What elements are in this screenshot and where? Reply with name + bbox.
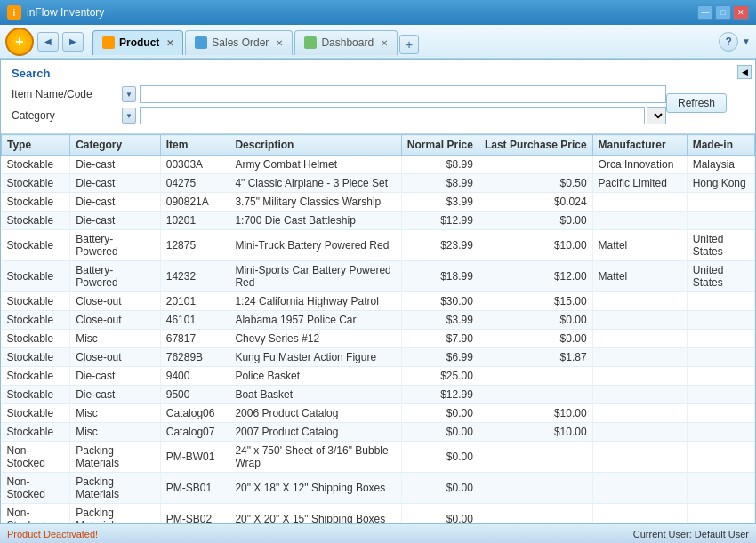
product-tab-icon	[102, 36, 115, 49]
status-right-message: Current User: Default User	[633, 529, 749, 539]
table-cell: $6.99	[401, 348, 479, 367]
close-button[interactable]: ✕	[733, 5, 749, 20]
table-cell: Mattel	[592, 230, 687, 261]
tab-sales[interactable]: Sales Order ✕	[185, 30, 293, 55]
table-cell: Stockable	[2, 212, 70, 230]
table-cell: Non-Stocked	[2, 504, 70, 523]
collapse-search-button[interactable]: ◀	[737, 65, 752, 79]
table-row[interactable]: StockableClose-out46101Alabama 1957 Poli…	[2, 311, 755, 330]
window-controls[interactable]: — □ ✕	[697, 5, 749, 20]
table-row[interactable]: StockableDie-cast090821A3.75" Military C…	[2, 193, 755, 212]
tab-dashboard-close[interactable]: ✕	[381, 38, 388, 48]
table-cell: $0.024	[479, 193, 592, 212]
tab-dashboard[interactable]: Dashboard ✕	[294, 30, 398, 55]
table-row[interactable]: StockableClose-out76289BKung Fu Master A…	[2, 348, 755, 367]
tab-product[interactable]: Product ✕	[92, 30, 183, 55]
search-category-input[interactable]	[140, 107, 645, 124]
search-item-input[interactable]	[140, 85, 666, 103]
table-cell: Stockable	[2, 261, 70, 292]
refresh-button[interactable]: Refresh	[666, 93, 727, 113]
col-header-description: Description	[229, 135, 401, 156]
table-cell: 2006 Product Catalog	[229, 404, 401, 423]
table-cell: Battery-Powered	[70, 261, 161, 292]
table-cell	[687, 212, 754, 230]
table-cell	[592, 404, 687, 423]
table-cell: 10201	[160, 212, 229, 230]
table-cell: Die-cast	[70, 174, 161, 193]
sales-tab-icon	[195, 36, 207, 49]
table-container: Type Category Item Description Normal Pr…	[1, 134, 755, 523]
table-cell: PM-SB01	[160, 473, 229, 504]
table-cell: Alabama 1957 Police Car	[229, 311, 401, 330]
table-cell	[479, 442, 592, 473]
table-row[interactable]: StockableMisc67817Chevy Series #12$7.90$…	[2, 330, 755, 348]
table-cell: 76289B	[160, 348, 229, 367]
table-cell: Stockable	[2, 367, 70, 386]
table-cell	[592, 504, 687, 523]
dashboard-tab-icon	[304, 36, 317, 49]
help-button[interactable]: ?	[719, 32, 738, 52]
table-row[interactable]: StockableMiscCatalog072007 Product Catal…	[2, 423, 755, 442]
tab-product-close[interactable]: ✕	[166, 38, 173, 48]
table-cell: $0.00	[401, 504, 479, 523]
table-header-row: Type Category Item Description Normal Pr…	[2, 135, 755, 156]
table-cell: $0.00	[401, 442, 479, 473]
table-cell: Stockable	[2, 404, 70, 423]
toolbar: + ◀ ▶ Product ✕ Sales Order ✕ Dashboard …	[0, 25, 756, 59]
title-bar: i inFlow Inventory — □ ✕	[0, 0, 756, 25]
table-row[interactable]: StockableDie-cast9500Boat Basket$12.99	[2, 386, 755, 404]
table-row[interactable]: StockableDie-cast9400Police Basket$25.00	[2, 367, 755, 386]
table-cell: $18.99	[401, 261, 479, 292]
tab-sales-close[interactable]: ✕	[276, 38, 283, 48]
table-row[interactable]: StockableMiscCatalog062006 Product Catal…	[2, 404, 755, 423]
table-row[interactable]: StockableClose-out201011:24 California H…	[2, 292, 755, 311]
search-category-dropdown[interactable]: ▼	[122, 108, 136, 124]
forward-button[interactable]: ▶	[62, 32, 84, 52]
help-dropdown-arrow[interactable]: ▼	[742, 36, 751, 46]
table-row[interactable]: StockableBattery-Powered14232Mini-Sports…	[2, 261, 755, 292]
table-cell: 1:700 Die Cast Battleship	[229, 212, 401, 230]
table-cell: Stockable	[2, 311, 70, 330]
table-row[interactable]: StockableDie-cast00303AArmy Combat Helme…	[2, 156, 755, 174]
table-cell: Stockable	[2, 330, 70, 348]
table-cell: Close-out	[70, 292, 161, 311]
table-row[interactable]: StockableDie-cast042754" Classic Airplan…	[2, 174, 755, 193]
table-cell: United States	[687, 261, 754, 292]
table-cell	[592, 212, 687, 230]
table-cell: United States	[687, 230, 754, 261]
item-dropdown-arrow[interactable]: ▼	[122, 86, 136, 102]
table-cell: Die-cast	[70, 212, 161, 230]
category-dropdown-arrow[interactable]: ▼	[122, 108, 136, 124]
minimize-button[interactable]: —	[697, 5, 713, 20]
table-cell: 67817	[160, 330, 229, 348]
table-cell: Die-cast	[70, 156, 161, 174]
col-header-item: Item	[160, 135, 229, 156]
add-tab-button[interactable]: +	[399, 35, 419, 54]
table-row[interactable]: Non-StockedPacking MaterialsPM-BW0124" x…	[2, 442, 755, 473]
table-cell	[687, 330, 754, 348]
table-row[interactable]: Non-StockedPacking MaterialsPM-SB0220" X…	[2, 504, 755, 523]
table-cell: Stockable	[2, 174, 70, 193]
table-row[interactable]: Non-StockedPacking MaterialsPM-SB0120" X…	[2, 473, 755, 504]
search-item-dropdown[interactable]: ▼	[122, 86, 136, 102]
maximize-button[interactable]: □	[715, 5, 731, 20]
table-cell: 090821A	[160, 193, 229, 212]
table-cell: $12.99	[401, 212, 479, 230]
table-cell: $12.99	[401, 386, 479, 404]
product-table: Type Category Item Description Normal Pr…	[1, 134, 755, 523]
table-cell: Die-cast	[70, 193, 161, 212]
table-row[interactable]: StockableDie-cast102011:700 Die Cast Bat…	[2, 212, 755, 230]
table-cell	[479, 367, 592, 386]
back-button[interactable]: ◀	[37, 32, 59, 52]
table-cell	[687, 386, 754, 404]
search-category-label: Category	[12, 109, 118, 122]
title-bar-left: i inFlow Inventory	[7, 5, 104, 20]
table-cell: Hong Kong	[687, 174, 754, 193]
table-cell	[479, 473, 592, 504]
table-cell	[592, 423, 687, 442]
app-logo[interactable]: +	[5, 28, 34, 56]
table-cell: Battery-Powered	[70, 230, 161, 261]
table-row[interactable]: StockableBattery-Powered12875Mini-Truck …	[2, 230, 755, 261]
category-select[interactable]	[647, 107, 666, 124]
table-cell: $1.87	[479, 348, 592, 367]
